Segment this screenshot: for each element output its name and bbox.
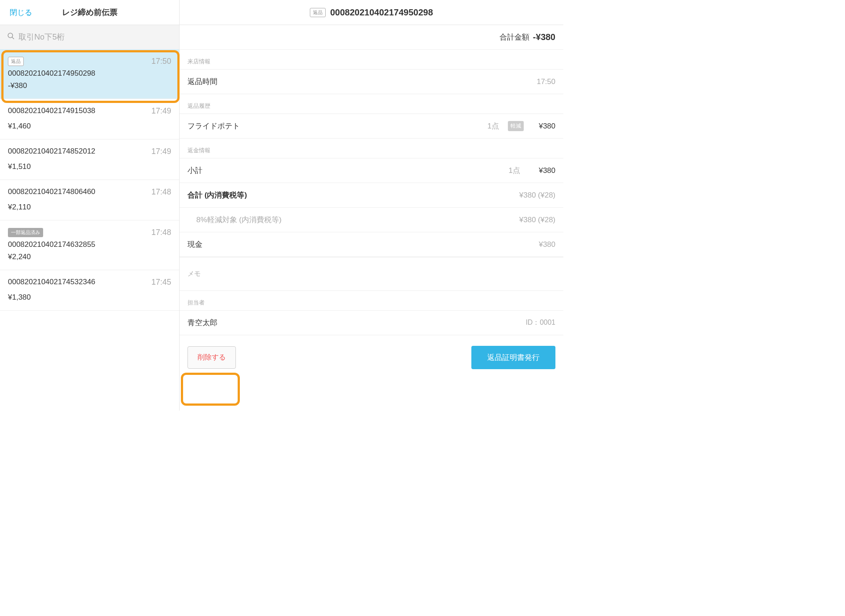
transaction-amount: -¥380 <box>8 81 171 90</box>
subtotal-price: ¥380 <box>529 166 555 175</box>
close-button[interactable]: 閉じる <box>10 7 32 18</box>
subtotal-row: 小計 1点 ¥380 <box>180 158 563 183</box>
subtotal-label: 小計 <box>187 165 481 176</box>
total-row: 合計 (内消費税等) ¥380 (¥28) <box>180 183 563 208</box>
transaction-id: 000820210402174532346 <box>8 278 96 286</box>
section-refund: 返金情報 <box>180 139 563 158</box>
subtotal-qty: 1点 <box>481 165 520 176</box>
transaction-amount: ¥1,510 <box>8 162 171 171</box>
transaction-item[interactable]: 一部返品済み 17:48 000820210402174632855 ¥2,24… <box>0 220 179 270</box>
tax-price: ¥380 (¥28) <box>519 216 555 224</box>
delete-button[interactable]: 削除する <box>187 346 236 369</box>
svg-point-0 <box>8 33 13 38</box>
section-visit: 来店情報 <box>180 50 563 69</box>
return-time-value: 17:50 <box>536 77 555 86</box>
right-pane: 返品 000820210402174950298 合計金額 -¥380 来店情報… <box>180 0 563 411</box>
staff-id: ID：0001 <box>525 318 555 327</box>
partial-return-badge: 一部返品済み <box>8 228 43 237</box>
summary-label: 合計金額 <box>500 32 529 42</box>
transaction-time: 17:49 <box>151 147 171 156</box>
transaction-item[interactable]: 000820210402174852012 17:49 ¥1,510 <box>0 139 179 180</box>
return-badge: 返品 <box>8 57 24 66</box>
transaction-item[interactable]: 000820210402174532346 17:45 ¥1,380 <box>0 270 179 311</box>
transaction-time: 17:48 <box>151 187 171 197</box>
transaction-id: 000820210402174806460 <box>8 187 96 196</box>
summary-bar: 合計金額 -¥380 <box>180 25 563 50</box>
svg-line-1 <box>12 37 14 39</box>
search-input[interactable] <box>18 33 172 42</box>
reduced-tax-badge: 軽減 <box>508 121 524 131</box>
staff-name: 青空太郎 <box>187 318 217 328</box>
transaction-amount: ¥1,460 <box>8 122 171 131</box>
cash-row: 現金 ¥380 <box>180 232 563 257</box>
history-item-row: フライドポテト 1点 軽減 ¥380 <box>180 114 563 139</box>
transaction-id: 000820210402174915038 <box>8 106 96 115</box>
section-history: 返品履歴 <box>180 94 563 114</box>
tax-label: 8%軽減対象 (内消費税等) <box>187 215 519 225</box>
section-staff: 担当者 <box>180 291 563 310</box>
transaction-time: 17:50 <box>151 57 171 66</box>
staff-row: 青空太郎 ID：0001 <box>180 310 563 335</box>
tax-row: 8%軽減対象 (内消費税等) ¥380 (¥28) <box>180 208 563 232</box>
left-header: 閉じる レジ締め前伝票 <box>0 0 179 25</box>
transaction-amount: ¥1,380 <box>8 293 171 302</box>
cash-price: ¥380 <box>539 240 555 249</box>
transaction-item[interactable]: 000820210402174806460 17:48 ¥2,110 <box>0 180 179 220</box>
summary-amount: -¥380 <box>533 32 555 42</box>
total-label: 合計 (内消費税等) <box>187 190 519 200</box>
transaction-id: 000820210402174950298 <box>8 69 171 78</box>
transaction-id: 000820210402174632855 <box>8 240 171 249</box>
transaction-amount: ¥2,240 <box>8 253 171 261</box>
search-icon <box>7 32 15 42</box>
transaction-time: 17:48 <box>151 228 171 237</box>
transaction-amount: ¥2,110 <box>8 203 171 212</box>
issue-return-cert-button[interactable]: 返品証明書発行 <box>471 346 555 369</box>
item-price: ¥380 <box>529 122 555 131</box>
transaction-time: 17:45 <box>151 278 171 287</box>
return-badge: 返品 <box>310 8 326 17</box>
item-qty: 1点 <box>459 121 499 131</box>
header-transaction-id: 000820210402174950298 <box>330 7 433 18</box>
memo-label: メモ <box>187 270 201 278</box>
item-name: フライドポテト <box>187 121 459 131</box>
search-wrap[interactable] <box>0 25 179 49</box>
right-header: 返品 000820210402174950298 <box>180 0 563 25</box>
transaction-id: 000820210402174852012 <box>8 147 96 156</box>
transaction-time: 17:49 <box>151 106 171 116</box>
detail-body: 来店情報 返品時間 17:50 返品履歴 フライドポテト 1点 軽減 ¥380 … <box>180 50 563 411</box>
transaction-item[interactable]: 000820210402174915038 17:49 ¥1,460 <box>0 99 179 139</box>
cash-label: 現金 <box>187 239 539 249</box>
footer: 削除する 返品証明書発行 <box>180 335 563 380</box>
total-price: ¥380 (¥28) <box>519 191 555 200</box>
transaction-list: 返品 17:50 000820210402174950298 -¥380 000… <box>0 49 179 411</box>
return-time-row: 返品時間 17:50 <box>180 69 563 94</box>
transaction-item[interactable]: 返品 17:50 000820210402174950298 -¥380 <box>0 49 179 99</box>
left-pane: 閉じる レジ締め前伝票 返品 17:50 0008202104021749502… <box>0 0 180 411</box>
return-time-label: 返品時間 <box>187 77 536 87</box>
memo-row[interactable]: メモ <box>180 257 563 291</box>
